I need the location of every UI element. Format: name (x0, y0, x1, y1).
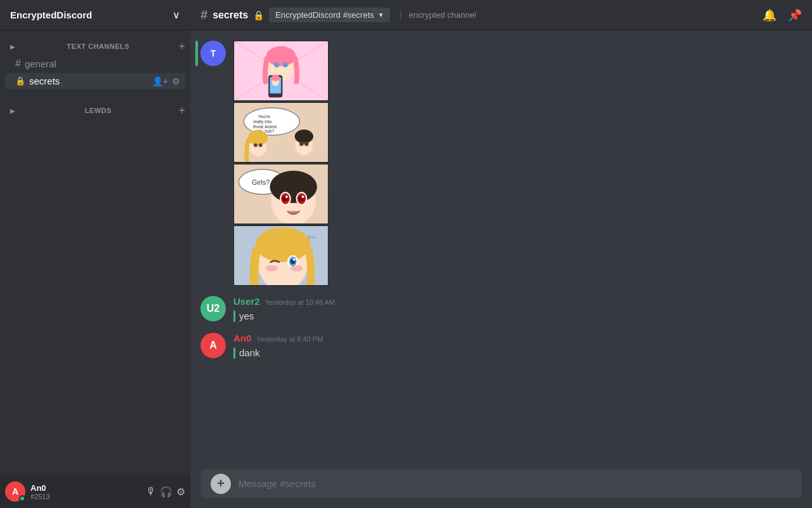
svg-point-25 (299, 142, 304, 146)
comic-strip: You're really into those Anime girls, hu… (233, 41, 330, 286)
channel-item-general[interactable]: # general (5, 55, 185, 72)
an0-avatar: A (200, 333, 226, 358)
user2-message-text: yes (239, 309, 254, 323)
sidebar: ▶ TEXT CHANNELS + # general 🔒 secrets 👤+… (0, 30, 190, 508)
an0-green-bar (233, 347, 235, 359)
breadcrumb-chevron-icon: ▼ (378, 11, 384, 18)
top-message-content: You're really into those Anime girls, hu… (233, 41, 802, 286)
an0-message-body: dank (233, 346, 802, 359)
svg-point-8 (283, 62, 288, 67)
svg-point-6 (266, 46, 296, 66)
an0-message-text: dank (239, 346, 260, 359)
current-user-avatar-container: A (5, 481, 25, 502)
attach-button[interactable]: + (211, 474, 231, 494)
an0-message-content: An0 Yesterday at 8:40 PM dank (233, 333, 802, 359)
svg-point-31 (270, 171, 317, 203)
chat-area: T (190, 30, 812, 508)
current-user-info: An0 #2513 (30, 483, 141, 500)
pin-icon[interactable]: 📌 (788, 8, 802, 22)
user2-message-timestamp: Yesterday at 10:48 AM (265, 298, 335, 306)
channel-settings-icon[interactable]: ⚙ (172, 76, 180, 86)
svg-point-22 (259, 144, 263, 147)
comic-panel-2[interactable]: You're really into those Anime girls, hu… (233, 102, 329, 163)
user2-avatar: U2 (200, 296, 226, 321)
user2-message-header: User2 Yesterday at 10:48 AM (233, 296, 802, 307)
svg-point-35 (285, 196, 288, 198)
user-bar-icons: 🎙 🎧 ⚙ (146, 486, 185, 498)
channel-description: encrypted channel (400, 10, 476, 20)
svg-text:Em...: Em... (308, 234, 319, 240)
add-lewds-channel-icon[interactable]: + (178, 105, 185, 116)
an0-author-name: An0 (233, 333, 251, 344)
bell-icon[interactable]: 🔔 (763, 8, 776, 22)
add-text-channel-icon[interactable]: + (178, 41, 185, 52)
svg-point-12 (271, 75, 280, 81)
current-user-name: An0 (30, 483, 141, 493)
svg-point-48 (291, 265, 303, 272)
lewds-label: LEWDS (85, 107, 112, 114)
message-input-wrapper: + (200, 469, 802, 498)
svg-point-42 (256, 227, 310, 262)
lock-icon: 🔒 (253, 10, 264, 20)
user2-author-name: User2 (233, 296, 260, 307)
text-channels-section[interactable]: ▶ TEXT CHANNELS + (0, 30, 190, 55)
svg-text:Girls?: Girls? (252, 178, 270, 186)
message-input[interactable] (239, 469, 792, 498)
add-member-icon[interactable]: 👤+ (152, 76, 168, 86)
comic-panel-3[interactable]: Girls? (233, 164, 329, 224)
server-dropdown-icon[interactable]: ∨ (173, 9, 180, 21)
comic-panel-4[interactable]: Em... (233, 225, 329, 286)
lock-hash-icon: 🔒 (15, 76, 25, 86)
an0-avatar-container: A (200, 333, 226, 358)
breadcrumb-text: EncryptedDiscord #secrets (275, 10, 374, 20)
an0-message-header: An0 Yesterday at 8:40 PM (233, 333, 802, 344)
message-group-user2: U2 User2 Yesterday at 10:48 AM yes (200, 296, 802, 323)
text-channels-label: TEXT CHANNELS (67, 43, 129, 50)
user-settings-icon[interactable]: ⚙ (176, 486, 185, 498)
mute-icon[interactable]: 🎙 (146, 486, 156, 498)
user2-message-content: User2 Yesterday at 10:48 AM yes (233, 296, 802, 323)
channel-header: # secrets 🔒 EncryptedDiscord #secrets ▼ … (190, 8, 763, 22)
channel-hash-icon: # (200, 8, 207, 22)
svg-point-21 (254, 144, 258, 147)
lewds-section[interactable]: ▶ LEWDS + (0, 95, 190, 119)
an0-message-timestamp: Yesterday at 8:40 PM (256, 335, 323, 343)
user2-green-bar (233, 311, 235, 322)
user-bar: A An0 #2513 🎙 🎧 ⚙ (0, 475, 190, 508)
svg-point-20 (248, 130, 268, 145)
svg-text:You're: You're (258, 114, 270, 119)
hash-icon: # (15, 58, 21, 69)
server-name: EncryptedDiscord (10, 10, 173, 20)
messages-container: T (190, 30, 812, 469)
channel-item-secrets[interactable]: 🔒 secrets 👤+ ⚙ (5, 73, 185, 89)
server-header[interactable]: EncryptedDiscord ∨ (0, 0, 190, 30)
svg-point-39 (301, 196, 304, 198)
online-status-dot (19, 495, 25, 502)
channel-name-secrets: secrets (29, 76, 152, 86)
svg-point-24 (295, 130, 313, 144)
message-group-top: T (200, 41, 802, 286)
top-message-avatar: T (200, 41, 226, 66)
top-message-avatar-container: T (200, 41, 226, 66)
channel-name-general: general (25, 58, 180, 69)
message-group-an0: A An0 Yesterday at 8:40 PM dank (200, 333, 802, 359)
section-chevron-icon: ▶ (10, 43, 15, 50)
svg-point-7 (274, 62, 279, 67)
user2-message-body: yes (233, 309, 802, 323)
channel-actions: 👤+ ⚙ (152, 76, 180, 86)
svg-text:really into: really into (253, 119, 272, 124)
svg-point-26 (304, 142, 309, 146)
comic-panel-1[interactable] (233, 41, 329, 101)
channel-name-heading: secrets (213, 10, 248, 21)
header-actions: 🔔 📌 (763, 8, 812, 22)
breadcrumb-button[interactable]: EncryptedDiscord #secrets ▼ (269, 8, 390, 22)
deafen-icon[interactable]: 🎧 (160, 486, 173, 498)
input-bar: + (190, 469, 812, 508)
svg-point-46 (293, 258, 296, 261)
svg-point-47 (266, 265, 278, 272)
current-user-discriminator: #2513 (30, 493, 141, 500)
lewds-chevron-icon: ▶ (10, 107, 15, 114)
user2-avatar-container: U2 (200, 296, 226, 321)
